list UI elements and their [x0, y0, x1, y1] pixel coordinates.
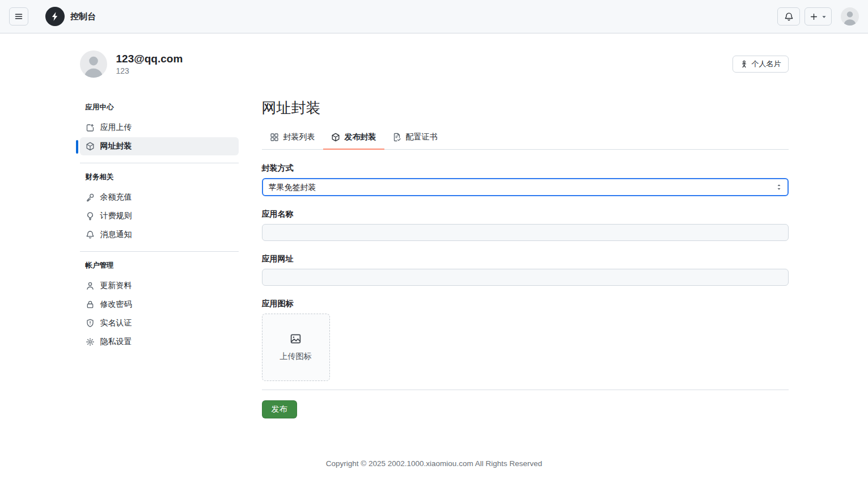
tab-publish-package[interactable]: 发布封装 — [323, 127, 384, 150]
lightbulb-icon — [86, 211, 95, 221]
sidebar-divider — [80, 251, 239, 252]
icon-upload-dropzone[interactable]: 上传图标 — [262, 314, 330, 381]
file-check-icon — [392, 133, 401, 142]
profile-avatar — [80, 50, 107, 78]
profile-username: 123 — [116, 66, 183, 75]
tab-label: 配置证书 — [406, 132, 438, 142]
person-icon — [86, 281, 95, 290]
tab-nav: 封装列表 发布封装 配置证书 — [262, 127, 789, 150]
zap-logo[interactable] — [45, 7, 65, 26]
app-name-label: 应用名称 — [262, 209, 789, 219]
hamburger-icon — [14, 12, 23, 21]
bell-icon — [86, 230, 95, 239]
apps-icon — [270, 133, 279, 142]
tab-package-list[interactable]: 封装列表 — [262, 127, 323, 150]
publish-button[interactable]: 发布 — [262, 400, 297, 418]
profile-header: 123@qq.com 123 个人名片 — [80, 50, 789, 78]
gear-icon — [86, 337, 95, 346]
person-card-icon — [740, 60, 748, 69]
upload-box-icon — [86, 123, 95, 132]
package-method-select[interactable]: 苹果免签封装 — [262, 178, 789, 196]
upload-icon-text: 上传图标 — [280, 352, 312, 362]
sidebar-item-update-profile[interactable]: 更新资料 — [80, 277, 239, 295]
add-new-button[interactable] — [805, 7, 832, 26]
plus-icon — [810, 12, 818, 21]
app-url-label: 应用网址 — [262, 254, 789, 264]
sidebar-item-label: 隐私设置 — [100, 337, 132, 347]
navbar-title: 控制台 — [70, 11, 96, 22]
top-navbar: 控制台 — [0, 0, 868, 33]
tab-configure-certificate[interactable]: 配置证书 — [384, 127, 446, 150]
hamburger-menu-button[interactable] — [9, 7, 28, 26]
sidebar-item-label: 实名认证 — [100, 318, 132, 328]
sidebar-item-label: 修改密码 — [100, 299, 132, 310]
chevron-down-icon — [822, 15, 827, 19]
footer-copyright: Copyright © 2025 2002.1000.xiaomiou.com … — [0, 459, 868, 468]
sidebar-item-privacy-settings[interactable]: 隐私设置 — [80, 333, 239, 351]
sidebar-section-title: 应用中心 — [80, 98, 239, 118]
package-method-label: 封装方式 — [262, 163, 789, 174]
navbar-avatar[interactable] — [841, 7, 859, 26]
personal-card-button[interactable]: 个人名片 — [732, 56, 789, 73]
sidebar-item-billing-rules[interactable]: 计费规则 — [80, 207, 239, 225]
sidebar-item-label: 消息通知 — [100, 230, 132, 240]
personal-card-label: 个人名片 — [752, 59, 781, 69]
sidebar-item-balance-recharge[interactable]: 余额充值 — [80, 188, 239, 206]
page-title: 网址封装 — [262, 98, 789, 118]
sidebar-section-title: 帐户管理 — [80, 256, 239, 276]
tab-label: 封装列表 — [283, 132, 315, 142]
main-content: 网址封装 封装列表 发布封装 — [262, 98, 789, 418]
publish-package-form: 封装方式 苹果免签封装 应用名称 应用网址 — [262, 163, 789, 418]
sidebar-divider — [80, 163, 239, 163]
notifications-button[interactable] — [777, 7, 800, 26]
app-name-input[interactable] — [262, 224, 789, 241]
sidebar-nav: 应用中心 应用上传 网址封装 财务相关 — [80, 98, 239, 418]
app-icon-label: 应用图标 — [262, 299, 789, 309]
sidebar-item-label: 余额充值 — [100, 192, 132, 202]
sidebar-item-change-password[interactable]: 修改密码 — [80, 295, 239, 314]
lock-icon — [86, 300, 95, 309]
sidebar-item-app-upload[interactable]: 应用上传 — [80, 119, 239, 137]
sidebar-item-label: 更新资料 — [100, 281, 132, 291]
sidebar-item-label: 计费规则 — [100, 211, 132, 221]
profile-email: 123@qq.com — [116, 53, 183, 65]
sidebar-item-real-name-verify[interactable]: 实名认证 — [80, 314, 239, 332]
bell-icon — [784, 12, 794, 22]
image-icon — [290, 333, 302, 345]
package-icon — [331, 133, 340, 142]
shield-icon — [86, 319, 95, 328]
key-icon — [86, 193, 95, 202]
app-url-input[interactable] — [262, 269, 789, 286]
sidebar-item-url-package[interactable]: 网址封装 — [80, 137, 239, 155]
sidebar-section-title: 财务相关 — [80, 168, 239, 188]
sidebar-item-label: 应用上传 — [100, 122, 132, 133]
package-icon — [86, 142, 95, 151]
sidebar-item-label: 网址封装 — [100, 141, 132, 151]
form-divider — [262, 390, 789, 390]
sidebar-item-notifications[interactable]: 消息通知 — [80, 226, 239, 244]
tab-label: 发布封装 — [345, 132, 376, 142]
